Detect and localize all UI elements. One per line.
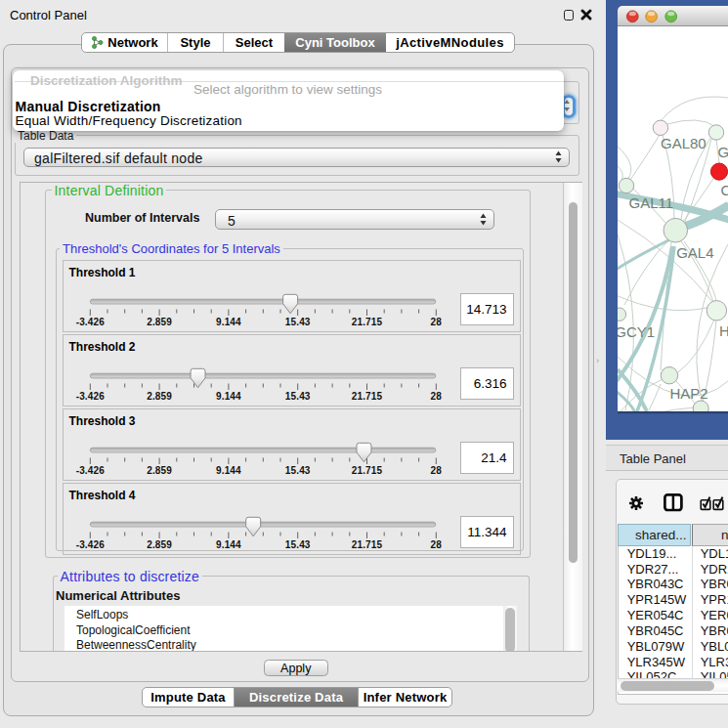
svg-text:28: 28 [430,317,442,327]
svg-text:28: 28 [430,391,442,402]
svg-text:GAL4: GAL4 [676,244,713,261]
svg-text:-3.426: -3.426 [75,317,105,327]
svg-text:GCY1: GCY1 [618,323,655,340]
svg-text:9.144: 9.144 [216,465,241,476]
svg-text:2.859: 2.859 [147,317,172,327]
svg-text:28: 28 [430,539,442,550]
svg-text:21.715: 21.715 [351,317,382,327]
svg-text:-3.426: -3.426 [75,465,105,476]
svg-text:2.859: 2.859 [147,539,172,550]
svg-text:28: 28 [430,465,442,476]
svg-text:-3.426: -3.426 [75,539,105,550]
svg-text:15.43: 15.43 [284,317,310,327]
svg-text:GAL80: GAL80 [661,135,707,151]
svg-text:9.144: 9.144 [216,391,241,402]
svg-text:15.43: 15.43 [284,391,310,402]
svg-text:21.715: 21.715 [351,391,382,402]
svg-text:GAL11: GAL11 [629,194,674,211]
svg-text:GAL1: GAL1 [718,144,728,160]
svg-text:2.859: 2.859 [147,465,172,476]
svg-text:-3.426: -3.426 [75,391,105,402]
svg-text:21.715: 21.715 [351,539,382,550]
svg-text:9.144: 9.144 [216,539,241,550]
svg-text:HAP2: HAP2 [670,385,708,402]
svg-text:21.715: 21.715 [351,465,382,476]
svg-text:9.144: 9.144 [216,317,241,327]
svg-text:15.43: 15.43 [284,465,310,476]
svg-text:HIS4: HIS4 [719,322,728,339]
svg-text:15.43: 15.43 [284,539,310,550]
svg-text:CY: CY [721,182,728,198]
svg-text:2.859: 2.859 [147,391,172,402]
